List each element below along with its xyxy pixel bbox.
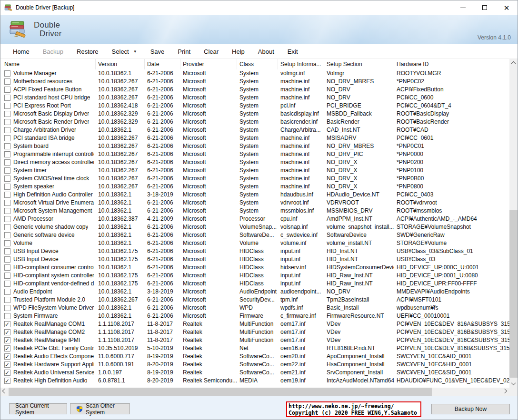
horizontal-scrollbar[interactable]: [0, 388, 509, 396]
table-row[interactable]: Audio Endpoint10.0.18362.13-18-2019Micro…: [0, 288, 510, 296]
horizontal-scrollbar-thumb[interactable]: [9, 388, 432, 396]
row-checkbox[interactable]: [4, 353, 10, 360]
table-row[interactable]: WPD FileSystem Volume Driver10.0.18362.1…: [0, 304, 510, 312]
menu-item-about[interactable]: About: [251, 46, 281, 58]
scroll-left-arrow-icon[interactable]: [0, 388, 9, 396]
table-row[interactable]: Realtek Audio Effects Component11.0.6000…: [0, 352, 510, 361]
scroll-down-arrow-icon[interactable]: [509, 380, 518, 388]
table-row[interactable]: PCI Express Root Port10.0.18362.4186-21-…: [0, 102, 510, 110]
table-row[interactable]: HID-compliant consumer control d...10.0.…: [0, 264, 510, 272]
table-row[interactable]: Realtek RealManage COM11.1.1108.201711-8…: [0, 320, 510, 328]
column-header-date[interactable]: Date: [145, 59, 180, 69]
table-row[interactable]: Generic volume shadow copy10.0.18362.16-…: [0, 223, 510, 231]
row-checkbox[interactable]: [4, 240, 10, 246]
row-checkbox[interactable]: [4, 159, 10, 166]
table-row[interactable]: HID-compliant vendor-defined de...10.0.1…: [0, 280, 510, 288]
table-row[interactable]: System CMOS/real time clock10.0.18362.26…: [0, 175, 510, 183]
menu-item-save[interactable]: Save: [144, 46, 171, 58]
menu-item-restore[interactable]: Restore: [70, 46, 105, 58]
scan-current-system-button[interactable]: Scan Current System: [9, 403, 67, 414]
row-checkbox[interactable]: [4, 70, 10, 77]
table-row[interactable]: USB Input Device10.0.18362.1756-21-2006M…: [0, 247, 510, 255]
table-row[interactable]: AMD Processor10.0.18362.3874-21-2009Micr…: [0, 215, 510, 223]
row-checkbox[interactable]: [4, 329, 10, 335]
table-row[interactable]: PCI standard ISA bridge10.0.18362.2676-2…: [0, 134, 510, 142]
scroll-right-arrow-icon[interactable]: [501, 388, 509, 396]
row-checkbox[interactable]: [4, 208, 10, 214]
table-row[interactable]: System Firmware10.0.18362.16-21-2006Micr…: [0, 312, 510, 320]
row-checkbox[interactable]: [4, 281, 10, 287]
table-row[interactable]: System timer10.0.18362.2676-21-2006Micro…: [0, 166, 510, 175]
row-checkbox[interactable]: [4, 289, 10, 295]
row-checkbox[interactable]: [4, 305, 10, 311]
table-row[interactable]: Realtek PCIe GbE Family Controller10.35.…: [0, 344, 510, 352]
row-checkbox[interactable]: [4, 184, 10, 190]
table-row[interactable]: System board10.0.18362.2676-21-2006Micro…: [0, 142, 510, 150]
row-checkbox[interactable]: [4, 127, 10, 133]
menu-item-backup[interactable]: Backup: [36, 46, 70, 58]
close-button[interactable]: ✕: [496, 0, 518, 15]
vertical-scrollbar-thumb[interactable]: [509, 210, 518, 378]
table-row[interactable]: Programmable interrupt controller10.0.18…: [0, 150, 510, 158]
row-checkbox[interactable]: [4, 248, 10, 254]
row-checkbox[interactable]: [4, 151, 10, 157]
table-row[interactable]: Microsoft Basic Render Driver10.0.18362.…: [0, 118, 510, 126]
menu-item-select[interactable]: Select▼: [105, 46, 144, 58]
row-checkbox[interactable]: [4, 143, 10, 149]
column-header-name[interactable]: Name: [0, 59, 96, 69]
table-row[interactable]: System speaker10.0.18362.2676-21-2006Mic…: [0, 183, 510, 191]
row-checkbox[interactable]: [4, 95, 10, 101]
row-checkbox[interactable]: [4, 167, 10, 174]
row-checkbox[interactable]: [4, 192, 10, 198]
table-row[interactable]: ACPI Fixed Feature Button10.0.18362.2676…: [0, 86, 510, 94]
table-row[interactable]: Microsoft System Management BI...10.0.18…: [0, 207, 510, 215]
menu-item-exit[interactable]: Exit: [281, 46, 305, 58]
menu-item-home[interactable]: Home: [6, 46, 36, 58]
table-row[interactable]: Microsoft Virtual Drive Enumerator10.0.1…: [0, 199, 510, 207]
menu-item-clear[interactable]: Clear: [197, 46, 225, 58]
row-checkbox[interactable]: [4, 345, 10, 352]
row-checkbox[interactable]: [4, 103, 10, 109]
scroll-up-arrow-icon[interactable]: [509, 59, 518, 67]
menu-item-print[interactable]: Print: [171, 46, 197, 58]
row-checkbox[interactable]: [4, 321, 10, 327]
row-checkbox[interactable]: [4, 378, 10, 384]
table-row[interactable]: Volume Manager10.0.18362.16-21-2006Micro…: [0, 69, 510, 78]
menu-item-help[interactable]: Help: [225, 46, 251, 58]
row-checkbox[interactable]: [4, 176, 10, 182]
column-header-setup_section[interactable]: Setup Section: [324, 59, 394, 69]
table-row[interactable]: Realtek RealManage COM21.1.1108.201711-8…: [0, 328, 510, 336]
table-row[interactable]: Motherboard resources10.0.18362.2676-21-…: [0, 78, 510, 86]
row-checkbox[interactable]: [4, 78, 10, 85]
table-row[interactable]: Charge Arbitration Driver10.0.18362.16-2…: [0, 126, 510, 134]
row-checkbox[interactable]: [4, 297, 10, 303]
row-checkbox[interactable]: [4, 232, 10, 238]
row-checkbox[interactable]: [4, 135, 10, 141]
vertical-scrollbar[interactable]: [509, 59, 518, 388]
table-row[interactable]: High Definition Audio Controller10.0.183…: [0, 191, 510, 199]
table-row[interactable]: Realtek RealManage IPMI1.1.1108.201711-8…: [0, 336, 510, 344]
column-header-setup_info[interactable]: Setup Informa...: [278, 59, 324, 69]
column-header-version[interactable]: Version: [96, 59, 145, 69]
row-checkbox[interactable]: [4, 370, 10, 376]
row-checkbox[interactable]: [4, 313, 10, 319]
table-row[interactable]: Realtek Audio Universal Service1.0.0.197…: [0, 369, 510, 377]
column-header-provider[interactable]: Provider: [180, 59, 237, 69]
row-checkbox[interactable]: [4, 119, 10, 125]
table-row[interactable]: Trusted Platform Module 2.010.0.18362.26…: [0, 296, 510, 304]
table-row[interactable]: PCI standard host CPU bridge10.0.18362.2…: [0, 94, 510, 102]
row-checkbox[interactable]: [4, 264, 10, 271]
row-checkbox[interactable]: [4, 111, 10, 117]
row-checkbox[interactable]: [4, 361, 10, 368]
column-header-class[interactable]: Class: [237, 59, 278, 69]
row-checkbox[interactable]: [4, 216, 10, 222]
row-checkbox[interactable]: [4, 256, 10, 263]
table-row[interactable]: HID-compliant system controller10.0.1836…: [0, 272, 510, 280]
table-row[interactable]: Generic software device10.0.18362.16-21-…: [0, 231, 510, 239]
table-row[interactable]: Volume10.0.18362.16-21-2006MicrosoftVolu…: [0, 239, 510, 247]
minimize-button[interactable]: [452, 0, 474, 15]
row-checkbox[interactable]: [4, 200, 10, 206]
table-row[interactable]: USB Input Device10.0.18362.1756-21-2006M…: [0, 255, 510, 264]
row-checkbox[interactable]: [4, 87, 10, 93]
scan-other-system-button[interactable]: Scan Other System: [70, 403, 130, 414]
